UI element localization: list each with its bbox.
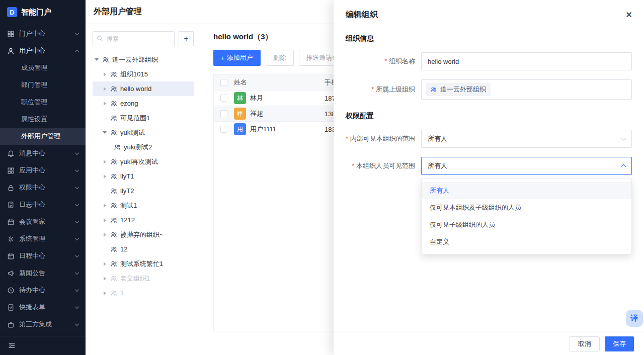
form-check-icon (7, 304, 15, 311)
tree-node-root[interactable]: 道一云外部组织 (93, 52, 194, 67)
org-icon (110, 289, 118, 297)
tree-node[interactable]: ezong (93, 96, 194, 111)
sidebar-item-system[interactable]: 系统管理 (0, 230, 86, 247)
tree-node[interactable]: llyT1 (93, 169, 194, 184)
sidebar-item-external-users[interactable]: 外部用户管理 (0, 128, 86, 145)
sidebar-item-attributes[interactable]: 属性设置 (0, 111, 86, 128)
row-checkbox[interactable] (220, 126, 227, 133)
member-name: 用户1111 (250, 125, 276, 134)
sidebar-item-user-center[interactable]: 用户中心 (0, 42, 86, 59)
save-button[interactable]: 保存 (605, 336, 634, 351)
caret-down-icon[interactable] (102, 131, 108, 134)
tree-node-label: 被抛弃的组织~ (120, 230, 164, 239)
sidebar-item-label: 门户中心 (19, 29, 71, 38)
caret-right-icon[interactable] (102, 102, 108, 106)
parent-org-field[interactable]: 道一云外部组织 (421, 79, 632, 100)
sidebar-item-messages[interactable]: 消息中心 (0, 145, 86, 162)
tree-node[interactable]: llyT2 (93, 184, 194, 198)
tree-node[interactable]: 测试系统繁忙1 (93, 256, 194, 271)
close-icon[interactable]: × (626, 10, 632, 20)
caret-right-icon[interactable] (102, 218, 108, 222)
org-icon (110, 114, 118, 122)
tree-node[interactable]: 12 (93, 242, 194, 256)
member-scope-label: 本组织人员可见范围 (346, 157, 421, 175)
sidebar-item-departments[interactable]: 部门管理 (0, 76, 86, 94)
internal-scope-select[interactable]: 所有人 (421, 130, 632, 148)
tree-node-disabled[interactable]: 老文组织1 (93, 271, 194, 286)
dropdown-option[interactable]: 自定义 (422, 233, 631, 250)
sidebar-item-logs[interactable]: 日志中心 (0, 196, 86, 213)
chevron-down-icon (75, 185, 79, 189)
member-scope-select[interactable]: 所有人 (421, 157, 632, 175)
caret-right-icon[interactable] (102, 174, 108, 179)
tree-node[interactable]: 测试1 (93, 198, 194, 213)
sidebar-item-quick-forms[interactable]: 快捷表单 (0, 299, 86, 316)
portal-icon (7, 30, 15, 38)
tree-node-selected[interactable]: hello world (93, 81, 194, 96)
member-name: 祥超 (250, 109, 263, 118)
sidebar-item-meetings[interactable]: 会议管家 (0, 213, 86, 230)
tree-node-disabled[interactable]: 1 (93, 286, 194, 300)
search-input[interactable] (93, 31, 175, 46)
row-checkbox[interactable] (220, 95, 227, 102)
caret-right-icon[interactable] (102, 291, 108, 295)
sidebar-item-apps[interactable]: 应用中心 (0, 162, 86, 179)
lock-icon (7, 184, 15, 192)
chevron-down-icon (75, 236, 79, 240)
logo: D 智能门户 (0, 0, 86, 24)
org-name-label: 组织名称 (346, 52, 421, 70)
dropdown-option[interactable]: 所有人 (422, 182, 631, 199)
chevron-down-icon (75, 304, 79, 308)
caret-right-icon[interactable] (102, 233, 108, 237)
delete-button[interactable]: 删除 (266, 50, 294, 66)
sidebar-item-todo[interactable]: 待办中心 (0, 282, 86, 299)
tree-node[interactable]: yuki测试2 (93, 140, 194, 154)
caret-right-icon[interactable] (102, 160, 108, 164)
add-org-button[interactable]: + (179, 31, 194, 46)
clock-icon (7, 287, 15, 294)
tree-node[interactable]: 被抛弃的组织~ (93, 227, 194, 242)
sidebar-item-news[interactable]: 新闻公告 (0, 264, 86, 282)
tree-node[interactable]: yuki测试 (93, 125, 194, 140)
caret-right-icon[interactable] (102, 262, 108, 266)
tree-node-label: 可见范围1 (120, 114, 150, 123)
caret-down-icon[interactable] (94, 58, 100, 61)
org-name-input[interactable] (421, 52, 632, 70)
sidebar-item-portal[interactable]: 门户中心 (0, 25, 86, 42)
sidebar-collapse-toggle[interactable] (0, 336, 86, 355)
user-icon (7, 47, 15, 55)
cancel-button[interactable]: 取消 (570, 336, 600, 351)
chevron-down-icon (75, 31, 79, 35)
tree-node[interactable]: 可见范围1 (93, 111, 194, 125)
avatar: 用 (234, 123, 246, 135)
member-name: 林月 (250, 94, 263, 103)
select-all-checkbox[interactable] (220, 79, 227, 86)
caret-right-icon[interactable] (102, 87, 108, 91)
sidebar-item-integrations[interactable]: 第三方集成 (0, 316, 86, 333)
add-user-button[interactable]: + 添加用户 (213, 50, 261, 66)
tree-node[interactable]: 组织1015 (93, 67, 194, 81)
tree-node[interactable]: 1212 (93, 213, 194, 227)
tree-node-label: yuki测试2 (124, 143, 152, 152)
dropdown-option[interactable]: 仅可见本组织及子级组织的人员 (422, 199, 631, 216)
sidebar-item-positions[interactable]: 职位管理 (0, 94, 86, 111)
tree-node-label: 1212 (120, 216, 135, 224)
row-checkbox[interactable] (220, 110, 227, 117)
tree-node[interactable]: yuki再次测试 (93, 154, 194, 169)
sidebar-item-schedule[interactable]: 日程中心 (0, 247, 86, 264)
sidebar-item-label: 会议管家 (19, 217, 71, 226)
caret-right-icon[interactable] (102, 204, 108, 208)
sidebar-item-permissions[interactable]: 权限中心 (0, 179, 86, 196)
sidebar-item-label: 消息中心 (19, 149, 71, 158)
caret-right-icon[interactable] (102, 72, 108, 76)
sidebar-item-label: 待办中心 (19, 286, 71, 295)
org-icon (110, 158, 118, 165)
dropdown-option[interactable]: 仅可见子级组织的人员 (422, 216, 631, 233)
sidebar-item-members[interactable]: 成员管理 (0, 59, 86, 76)
caret-right-icon[interactable] (102, 277, 108, 281)
plug-icon (7, 321, 15, 328)
chevron-down-icon (75, 253, 79, 257)
translate-button[interactable]: 译 (626, 310, 643, 327)
org-icon (110, 70, 118, 78)
sidebar-item-label: 系统管理 (19, 234, 71, 243)
